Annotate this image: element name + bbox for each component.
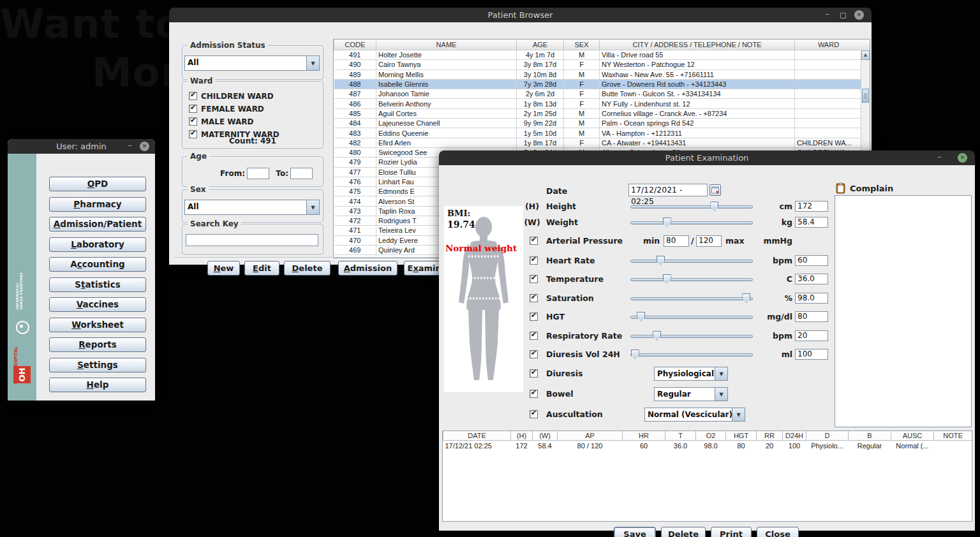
menu-button-opd[interactable]: OPD [49, 177, 146, 191]
minimize-icon[interactable]: – [822, 10, 832, 20]
minimize-icon[interactable]: – [125, 142, 135, 151]
slider[interactable] [630, 349, 753, 360]
checkbox[interactable]: ✔ [530, 369, 538, 378]
age-from-field[interactable] [247, 168, 269, 179]
close-icon[interactable]: ✕ [140, 142, 149, 151]
menu-button-worksheet[interactable]: Worksheet [49, 318, 146, 332]
slider-thumb[interactable] [663, 274, 671, 284]
save-button[interactable]: Save [614, 527, 656, 537]
slider-track[interactable] [630, 278, 753, 281]
calendar-icon[interactable] [709, 184, 721, 196]
history-column-header[interactable]: D [806, 431, 849, 441]
slider-track[interactable] [630, 205, 753, 209]
column-header[interactable]: NAME [376, 40, 517, 50]
column-header[interactable]: CODE [334, 40, 376, 50]
history-column-header[interactable]: HR [623, 431, 665, 441]
history-column-header[interactable]: (W) [533, 431, 558, 441]
menu-button-pharmacy[interactable]: Pharmacy [49, 197, 146, 212]
value-field[interactable]: 100 [795, 349, 828, 360]
checkbox[interactable]: ✔ [530, 275, 538, 283]
column-header[interactable]: WARD [795, 40, 863, 50]
patient-row[interactable]: 489Morning Mellis3y 10m 8dMWaxhaw - New … [334, 70, 863, 79]
slider[interactable] [630, 293, 753, 304]
slider-thumb[interactable] [631, 349, 639, 359]
diuresis-select[interactable]: Physiological▼ [654, 367, 728, 381]
titlebar[interactable]: Patient Examination – ✕ [439, 151, 975, 165]
edit-button[interactable]: Edit [244, 261, 279, 276]
history-column-header[interactable]: O2 [696, 431, 726, 441]
slider-track[interactable] [630, 353, 753, 357]
scroll-up-icon[interactable]: ▲ [861, 50, 870, 60]
auscultation-select[interactable]: Normal (Vescicular)▼ [644, 408, 745, 422]
new-button[interactable]: New [207, 261, 240, 276]
value-field[interactable]: 98.0 [795, 293, 828, 304]
chevron-down-icon[interactable]: ▼ [715, 367, 727, 380]
patient-row[interactable]: 485Aguil Cortes2y 1m 25dMCornelius villa… [334, 108, 863, 118]
menu-button-admission-patient[interactable]: Admission/Patient [49, 217, 146, 232]
checkbox[interactable]: ✔ [530, 237, 538, 245]
history-column-header[interactable]: HGT [726, 431, 757, 441]
weight-field[interactable]: 58.4 [795, 217, 828, 228]
titlebar[interactable]: User: admin – ✕ [8, 139, 155, 154]
chevron-down-icon[interactable]: ▼ [306, 200, 319, 214]
print-button[interactable]: Print [711, 527, 752, 537]
ap-min-field[interactable]: 80 [664, 235, 689, 247]
value-field[interactable]: 20 [795, 330, 828, 341]
chevron-down-icon[interactable]: ▼ [306, 56, 319, 70]
slider-track[interactable] [630, 335, 753, 338]
patient-row[interactable]: 484Lajeunesse Chanell9y 9m 22dMPalm - Oc… [334, 119, 863, 128]
column-header[interactable]: AGE [517, 40, 564, 50]
ap-max-field[interactable]: 120 [696, 235, 722, 247]
history-row[interactable]: 17/12/21 02:2517258.480 / 1206036.098.08… [443, 441, 972, 451]
slider-thumb[interactable] [663, 217, 671, 227]
height-slider[interactable] [630, 201, 753, 212]
slider-thumb[interactable] [710, 202, 718, 211]
slider-track[interactable] [630, 316, 753, 319]
history-column-header[interactable]: D24H [783, 431, 806, 441]
slider-track[interactable] [630, 221, 753, 224]
restore-icon[interactable] [840, 13, 846, 18]
menu-button-settings[interactable]: Settings [49, 358, 146, 372]
history-column-header[interactable]: DATE [443, 431, 511, 441]
titlebar[interactable]: Patient Browser – ✕ [169, 8, 872, 22]
close-icon[interactable]: ✕ [854, 10, 864, 20]
chevron-down-icon[interactable]: ▼ [715, 388, 727, 401]
bowel-select[interactable]: Regular▼ [654, 387, 728, 401]
admission-status-select[interactable]: All ▼ [184, 55, 320, 71]
column-header[interactable]: SEX [564, 40, 600, 50]
history-column-header[interactable]: (H) [511, 431, 533, 441]
checkbox[interactable]: ✔ [189, 117, 197, 126]
search-input[interactable] [186, 234, 318, 246]
checkbox[interactable]: ✔ [530, 350, 538, 358]
menu-button-accounting[interactable]: Accounting [49, 257, 146, 272]
height-field[interactable]: 172 [795, 201, 828, 212]
weight-slider[interactable] [630, 217, 753, 228]
history-column-header[interactable]: T [665, 431, 696, 441]
checkbox[interactable]: ✔ [189, 105, 197, 113]
history-column-header[interactable]: AUSC [891, 431, 934, 441]
sex-select[interactable]: All ▼ [184, 200, 320, 215]
checkbox[interactable]: ✔ [530, 332, 538, 340]
close-button[interactable]: Close [757, 527, 799, 537]
patient-row[interactable]: 486Belverin Anthony1y 8m 13dFNY Fully - … [334, 99, 863, 108]
close-icon[interactable]: ✕ [958, 153, 967, 163]
complain-list[interactable] [835, 195, 972, 427]
slider-track[interactable] [630, 297, 753, 300]
slider[interactable] [630, 255, 753, 267]
patient-row[interactable]: 487Johanson Tamie2y 6m 2dFButte Town - G… [334, 89, 863, 99]
history-column-header[interactable]: NOTE [934, 431, 972, 441]
delete-button[interactable]: Delete [661, 527, 706, 537]
menu-button-help[interactable]: Help [49, 378, 146, 392]
checkbox[interactable]: ✔ [530, 256, 538, 265]
history-column-header[interactable]: B [849, 431, 891, 441]
slider[interactable] [630, 311, 753, 323]
age-to-field[interactable] [290, 168, 313, 179]
value-field[interactable]: 60 [795, 255, 828, 266]
patient-row[interactable]: 482Efird Arlen1y 8m 17dFCA - Atwater - +… [334, 138, 863, 147]
admission-button[interactable]: Admission [338, 261, 397, 276]
menu-button-laboratory[interactable]: Laboratory [49, 237, 146, 252]
minimize-icon[interactable]: – [935, 153, 944, 163]
slider-thumb[interactable] [653, 331, 661, 341]
slider[interactable] [630, 330, 753, 342]
checkbox[interactable]: ✔ [530, 390, 538, 398]
